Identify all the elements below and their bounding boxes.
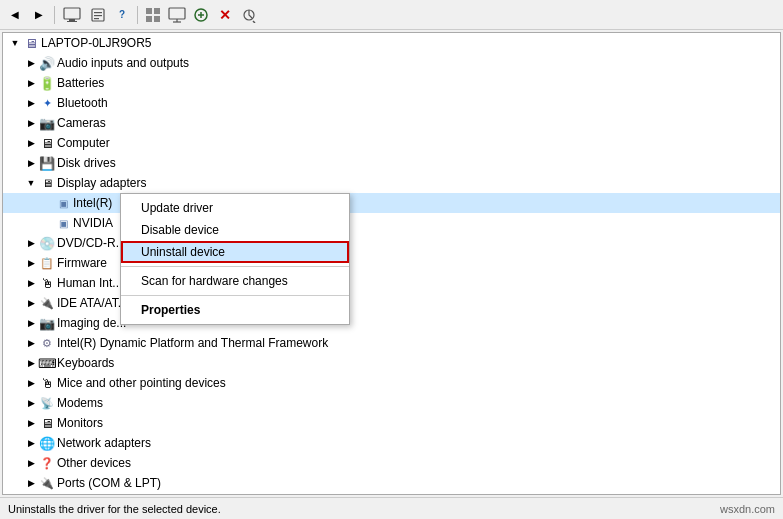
ports-label: Ports (COM & LPT) xyxy=(57,476,161,490)
imaging-label: Imaging de... xyxy=(57,316,126,330)
modems-icon: 📡 xyxy=(39,395,55,411)
bluetooth-expand[interactable]: ▶ xyxy=(23,95,39,111)
ctx-update-driver[interactable]: Update driver xyxy=(121,197,349,219)
tree-item-disk[interactable]: ▶ 💾 Disk drives xyxy=(3,153,780,173)
ctx-disable-device[interactable]: Disable device xyxy=(121,219,349,241)
help-button[interactable]: ? xyxy=(111,4,133,26)
disk-label: Disk drives xyxy=(57,156,116,170)
statusbar: Uninstalls the driver for the selected d… xyxy=(0,497,783,519)
svg-rect-5 xyxy=(94,15,102,16)
sep2 xyxy=(137,6,138,24)
monitors-expand[interactable]: ▶ xyxy=(23,415,39,431)
svg-rect-6 xyxy=(94,18,99,19)
computer-icon2: 🖥 xyxy=(39,135,55,151)
tree-item-display[interactable]: ▼ 🖥 Display adapters xyxy=(3,173,780,193)
batteries-label: Batteries xyxy=(57,76,104,90)
intel-r-icon: ▣ xyxy=(55,195,71,211)
monitor-icon xyxy=(168,7,186,23)
network-icon: 🌐 xyxy=(39,435,55,451)
ctx-separator xyxy=(121,266,349,267)
svg-rect-0 xyxy=(64,8,80,19)
disk-icon: 💾 xyxy=(39,155,55,171)
batteries-icon: 🔋 xyxy=(39,75,55,91)
brand-label: wsxdn.com xyxy=(720,503,775,515)
dvd-expand[interactable]: ▶ xyxy=(23,235,39,251)
view-icon xyxy=(145,7,161,23)
svg-rect-9 xyxy=(146,16,152,22)
intel-dynamic-expand[interactable]: ▶ xyxy=(23,335,39,351)
device-tree[interactable]: ▼ 🖥 LAPTOP-0LJR9OR5 ▶ 🔊 Audio inputs and… xyxy=(2,32,781,495)
intel-r-label: Intel(R) xyxy=(73,196,112,210)
tree-item-audio[interactable]: ▶ 🔊 Audio inputs and outputs xyxy=(3,53,780,73)
tree-item-network[interactable]: ▶ 🌐 Network adapters xyxy=(3,433,780,453)
modems-expand[interactable]: ▶ xyxy=(23,395,39,411)
intel-dynamic-label: Intel(R) Dynamic Platform and Thermal Fr… xyxy=(57,336,328,350)
scan-icon-btn[interactable] xyxy=(238,4,260,26)
bluetooth-icon: ✦ xyxy=(39,95,55,111)
scan-icon xyxy=(241,7,257,23)
computer-label: Computer xyxy=(57,136,110,150)
ctx-properties[interactable]: Properties xyxy=(121,299,349,321)
other-label: Other devices xyxy=(57,456,131,470)
tree-item-other[interactable]: ▶ ❓ Other devices xyxy=(3,453,780,473)
root-expand-icon[interactable]: ▼ xyxy=(7,35,23,51)
tree-item-computer[interactable]: ▶ 🖥 Computer xyxy=(3,133,780,153)
view-button[interactable] xyxy=(142,4,164,26)
tree-item-modems[interactable]: ▶ 📡 Modems xyxy=(3,393,780,413)
audio-label: Audio inputs and outputs xyxy=(57,56,189,70)
main-area: ▼ 🖥 LAPTOP-0LJR9OR5 ▶ 🔊 Audio inputs and… xyxy=(0,30,783,497)
tree-item-bluetooth[interactable]: ▶ ✦ Bluetooth xyxy=(3,93,780,113)
mice-expand[interactable]: ▶ xyxy=(23,375,39,391)
back-button[interactable]: ◀ xyxy=(4,4,26,26)
ports-expand[interactable]: ▶ xyxy=(23,475,39,491)
display-icon: 🖥 xyxy=(39,175,55,191)
network-expand[interactable]: ▶ xyxy=(23,435,39,451)
cameras-expand[interactable]: ▶ xyxy=(23,115,39,131)
tree-item-print[interactable]: ▶ 🖨 Print queues xyxy=(3,493,780,495)
svg-rect-8 xyxy=(154,8,160,14)
svg-rect-2 xyxy=(67,21,77,22)
batteries-expand[interactable]: ▶ xyxy=(23,75,39,91)
context-menu: Update driver Disable device Uninstall d… xyxy=(120,193,350,325)
audio-expand[interactable]: ▶ xyxy=(23,55,39,71)
ide-icon: 🔌 xyxy=(39,295,55,311)
human-int-expand[interactable]: ▶ xyxy=(23,275,39,291)
tree-item-monitors[interactable]: ▶ 🖥 Monitors xyxy=(3,413,780,433)
tree-root[interactable]: ▼ 🖥 LAPTOP-0LJR9OR5 xyxy=(3,33,780,53)
computer-expand[interactable]: ▶ xyxy=(23,135,39,151)
ctx-separator2 xyxy=(121,295,349,296)
tree-item-batteries[interactable]: ▶ 🔋 Batteries xyxy=(3,73,780,93)
tree-item-intel-dynamic[interactable]: ▶ ⚙ Intel(R) Dynamic Platform and Therma… xyxy=(3,333,780,353)
imaging-icon: 📷 xyxy=(39,315,55,331)
action-icon-btn[interactable] xyxy=(190,4,212,26)
svg-rect-1 xyxy=(69,19,75,21)
tree-item-cameras[interactable]: ▶ 📷 Cameras xyxy=(3,113,780,133)
svg-rect-10 xyxy=(154,16,160,22)
display-label: Display adapters xyxy=(57,176,146,190)
tree-item-mice[interactable]: ▶ 🖱 Mice and other pointing devices xyxy=(3,373,780,393)
forward-button[interactable]: ▶ xyxy=(28,4,50,26)
tree-item-ports[interactable]: ▶ 🔌 Ports (COM & LPT) xyxy=(3,473,780,493)
display-expand[interactable]: ▼ xyxy=(23,175,39,191)
status-message: Uninstalls the driver for the selected d… xyxy=(8,503,221,515)
uninstall-icon-btn[interactable]: ✕ xyxy=(214,4,236,26)
ide-expand[interactable]: ▶ xyxy=(23,295,39,311)
toolbar: ◀ ▶ ? xyxy=(0,0,783,30)
human-int-icon: 🖱 xyxy=(39,275,55,291)
svg-rect-4 xyxy=(94,12,102,13)
device-manager-icon-btn[interactable] xyxy=(59,4,85,26)
human-int-label: Human Int... xyxy=(57,276,122,290)
ide-label: IDE ATA/AT... xyxy=(57,296,128,310)
ctx-uninstall-device[interactable]: Uninstall device xyxy=(121,241,349,263)
mice-icon: 🖱 xyxy=(39,375,55,391)
firmware-expand[interactable]: ▶ xyxy=(23,255,39,271)
monitor-icon-btn[interactable] xyxy=(166,4,188,26)
other-icon: ❓ xyxy=(39,455,55,471)
disk-expand[interactable]: ▶ xyxy=(23,155,39,171)
action-icon xyxy=(193,7,209,23)
other-expand[interactable]: ▶ xyxy=(23,455,39,471)
properties-icon-btn[interactable] xyxy=(87,4,109,26)
imaging-expand[interactable]: ▶ xyxy=(23,315,39,331)
tree-item-keyboards[interactable]: ▶ ⌨ Keyboards xyxy=(3,353,780,373)
ctx-scan-hardware[interactable]: Scan for hardware changes xyxy=(121,270,349,292)
